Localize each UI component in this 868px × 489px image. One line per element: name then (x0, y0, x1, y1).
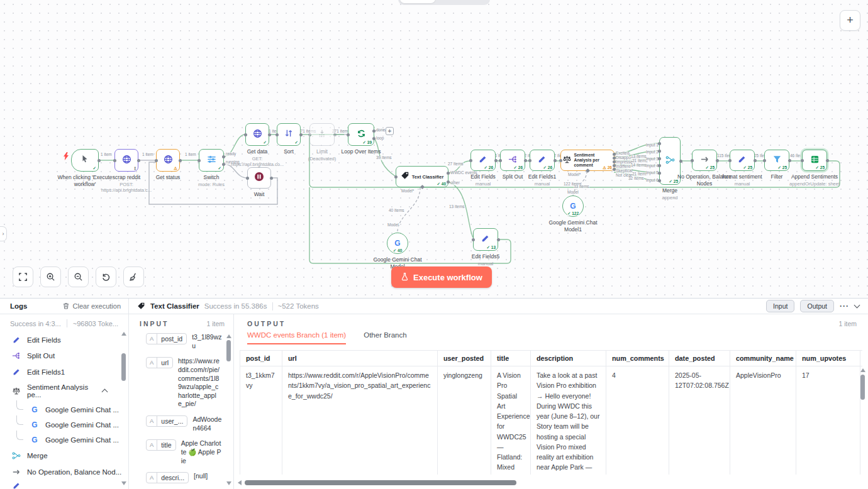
node-text-classifier[interactable]: Text Classifier ✓ 40 (387, 166, 457, 187)
node-gemini-chat-model[interactable]: G ✓ 40 Google Gemini Chat Model (369, 233, 426, 270)
node-sentiment-analysis[interactable]: Sentiment Analysis per comment ⚠ 26 (552, 150, 623, 171)
output-table: post_id url user_posted title descriptio… (240, 350, 862, 475)
tab-other-branch[interactable]: Other Branch (364, 331, 406, 344)
add-node-plus-button[interactable]: + (840, 10, 860, 31)
col-post-id: post_id (240, 351, 282, 366)
pencil-icon (481, 234, 490, 245)
tidy-up-button[interactable] (123, 266, 144, 287)
node-label: Edit Fields5 (472, 253, 499, 260)
google-icon: G (30, 436, 40, 444)
editor-tabs: Editor Executions (398, 0, 490, 5)
workflow-status: Success in 4:3... (10, 320, 61, 327)
edge-label: 33 items (574, 185, 589, 189)
sidebar-expand-handle[interactable]: › (0, 226, 7, 241)
tag-icon (137, 302, 145, 311)
node-label: Filter (771, 173, 783, 180)
google-icon: G (30, 406, 40, 414)
edge-label: 40 items (389, 209, 404, 213)
scales-icon (562, 155, 572, 167)
horizontal-scrollbar[interactable] (238, 480, 858, 486)
output-view-button[interactable]: Output (800, 300, 834, 312)
sort-icon (284, 129, 293, 140)
execute-workflow-button[interactable]: Execute workflow (391, 266, 492, 288)
zoom-out-button[interactable] (68, 266, 89, 287)
tag-icon (401, 171, 409, 182)
lightning-icon (64, 151, 69, 163)
node-subtitle: mode: Rules (198, 182, 225, 187)
cell-date-posted: 2025-05-12T07:02:08.756Z (669, 366, 730, 475)
field-user-posted[interactable]: Auser_... AdWooden4664 (146, 415, 223, 432)
node-label: scrap reddit (113, 174, 140, 181)
zoom-in-button[interactable] (40, 266, 61, 287)
sidebar-item-merge[interactable]: Merge (0, 448, 128, 464)
node-subtitle: manual (476, 181, 491, 187)
tab-editor[interactable]: Editor (400, 0, 435, 3)
loop-icon (357, 129, 366, 141)
table-row[interactable]: t3_1kkm7vy https://www.reddit.com/r/Appl… (240, 366, 863, 475)
workflow-canvas[interactable]: 1 item 1 item 1 item ready running 11 it… (0, 0, 868, 298)
node-label: Merge (662, 187, 677, 194)
collapse-group-icon[interactable] (102, 389, 108, 395)
input-scrollbar[interactable] (226, 334, 231, 485)
node-subtitle: manual (478, 261, 494, 266)
arrow-right-icon (11, 468, 21, 476)
canvas-controls (13, 266, 144, 287)
tree-connector (16, 431, 23, 440)
merge-icon (11, 451, 21, 460)
cell-num-comments: 4 (606, 366, 669, 475)
pencil-icon (538, 155, 547, 166)
node-label: Get status (156, 174, 181, 181)
token-count: ~522 Tokens (278, 302, 319, 310)
execution-status: Success in 55.386s (204, 302, 267, 310)
col-num-upvotes: num_upvotes (796, 351, 860, 366)
fit-view-button[interactable] (13, 266, 33, 287)
node-append-sentiments[interactable]: ✓ 25 Append Sentiments appendOrUpdate: s… (786, 150, 843, 187)
node-inner-label: Text Classifier (412, 174, 444, 180)
field-url[interactable]: Aurl https://www.reddit.com/r/pie/commen… (146, 357, 223, 409)
output-title: OUTPUT (247, 320, 286, 327)
col-p: p (860, 351, 863, 366)
node-label: Switch (203, 174, 219, 181)
logs-sidebar: Success in 4:3... ~96803 Toke... Edit Fi… (0, 314, 129, 489)
tree-connector (16, 400, 23, 410)
field-post-id[interactable]: Apost_id t3_1l89wzu (146, 333, 223, 350)
tab-wwdc-branch[interactable]: WWDC events Branch (1 item) (247, 331, 346, 344)
sidebar-item-edit-fields[interactable]: Edit Fields (0, 332, 128, 348)
col-num-comments: num_comments (606, 351, 669, 366)
node-gemini-chat-model1[interactable]: G ✓ 122 Google Gemini Chat Model1 (545, 195, 601, 233)
edge-label: Model (387, 223, 399, 228)
edge-label: 39 items (376, 156, 392, 160)
field-description[interactable]: Adescri... [null] (146, 472, 223, 483)
logs-title: Logs (10, 302, 27, 310)
split-out-icon (11, 351, 21, 360)
more-options-icon[interactable]: ··· (840, 302, 849, 310)
edge-label: Model* (401, 189, 414, 194)
tree-connector (16, 415, 23, 425)
sheet-icon (810, 155, 820, 167)
node-loop-over-items[interactable]: ✓ 39 Loop Over Items (333, 123, 389, 155)
field-title[interactable]: Atitle Apple Charlotte 🍏 Apple Pie (146, 439, 223, 465)
sidebar-item-edit-fields1[interactable]: Edit Fields1 (0, 364, 128, 380)
funnel-icon (772, 155, 782, 167)
node-edit-fields5[interactable]: ✓ 13 Edit Fields5 manual (457, 228, 514, 266)
output-scrollbar[interactable] (860, 368, 865, 412)
undo-button[interactable] (96, 266, 116, 287)
sidebar-item-gemini-model[interactable]: G Google Gemini Chat ... (0, 432, 128, 448)
globe-icon (164, 155, 173, 167)
add-node-button[interactable]: + (386, 127, 394, 135)
sidebar-item-sentiment-analysis[interactable]: Sentiment Analysis pe... (0, 380, 128, 402)
node-subtitle: append (662, 195, 677, 201)
tab-executions[interactable]: Executions (437, 0, 488, 3)
collapse-panel-icon[interactable] (854, 302, 860, 309)
sidebar-item-no-operation[interactable]: No Operation, Balance Nod... (0, 464, 128, 480)
node-subtitle: (Deactivated) (308, 156, 337, 162)
input-panel: INPUT 1 item Apost_id t3_1l89wzu Aurl ht… (129, 314, 234, 489)
sidebar-item-partial[interactable] (0, 480, 128, 489)
trash-icon (62, 302, 70, 311)
table-header-row: post_id url user_posted title descriptio… (240, 351, 863, 366)
sidebar-item-split-out[interactable]: Split Out (0, 348, 128, 364)
clear-execution-button[interactable]: Clear execution (62, 302, 121, 311)
node-wait[interactable]: Wait (231, 167, 287, 198)
input-view-button[interactable]: Input (766, 300, 794, 312)
sidebar-scrollbar[interactable] (121, 332, 126, 485)
